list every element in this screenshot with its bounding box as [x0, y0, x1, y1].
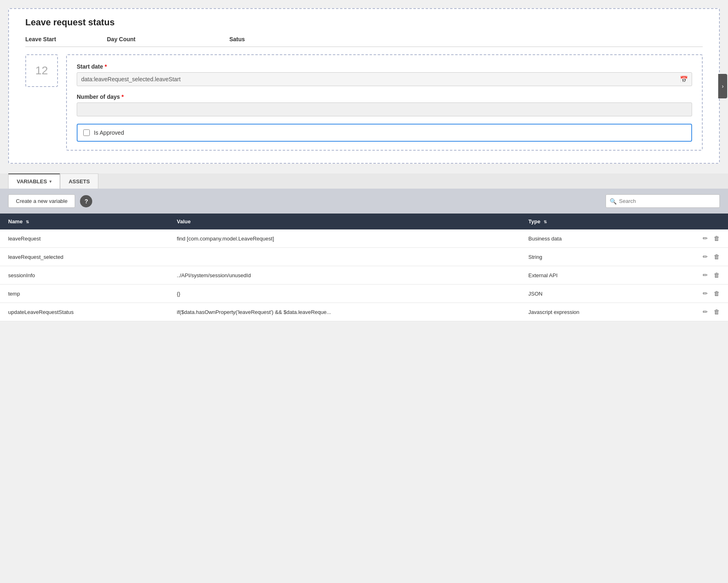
- cell-name: sessionInfo: [0, 266, 169, 285]
- calendar-icon[interactable]: 📅: [680, 76, 688, 83]
- start-date-required: *: [105, 63, 107, 70]
- cell-name: updateLeaveRequestStatus: [0, 303, 169, 321]
- tab-variables-label: VARIABLES: [17, 178, 47, 185]
- delete-icon[interactable]: 🗑: [714, 253, 720, 260]
- action-icons: ✏🗑: [667, 253, 720, 260]
- name-sort-icon: ⇅: [26, 220, 29, 224]
- form-row: 12 Start date * 📅 Number of d: [25, 54, 703, 151]
- cell-value: [169, 248, 520, 266]
- is-approved-label: Is Approved: [94, 129, 124, 136]
- is-approved-row[interactable]: Is Approved: [77, 124, 692, 142]
- help-button[interactable]: ?: [80, 195, 92, 207]
- cell-actions: ✏🗑: [659, 303, 728, 321]
- edit-icon[interactable]: ✏: [703, 235, 708, 242]
- cell-type: Business data: [520, 229, 659, 248]
- number-of-days-required: *: [122, 93, 124, 100]
- date-input-wrapper: 📅: [77, 72, 692, 86]
- cell-name: leaveRequest: [0, 229, 169, 248]
- table-row: updateLeaveRequestStatusif($data.hasOwnP…: [0, 303, 728, 321]
- cell-actions: ✏🗑: [659, 229, 728, 248]
- number-of-days-input[interactable]: [77, 102, 692, 116]
- search-wrapper: 🔍: [606, 194, 720, 208]
- start-date-field-group: Start date * 📅: [77, 63, 692, 86]
- table-row: leaveRequest_selectedString✏🗑: [0, 248, 728, 266]
- variables-panel: Create a new variable ? 🔍: [0, 189, 728, 214]
- variables-left: Create a new variable ?: [8, 194, 92, 208]
- cell-name: leaveRequest_selected: [0, 248, 169, 266]
- is-approved-checkbox[interactable]: [83, 129, 90, 136]
- leave-request-card: Leave request status Leave Start Day Cou…: [8, 8, 720, 164]
- page-wrapper: Leave request status Leave Start Day Cou…: [0, 0, 728, 583]
- cell-name: temp: [0, 285, 169, 303]
- cell-actions: ✏🗑: [659, 285, 728, 303]
- number-of-days-label: Number of days *: [77, 93, 692, 100]
- number-of-days-field-group: Number of days *: [77, 93, 692, 116]
- col-value-header: Value: [169, 214, 520, 229]
- right-arrow-tab[interactable]: ›: [718, 74, 727, 98]
- cell-type: String: [520, 248, 659, 266]
- variables-table: Name ⇅ Value Type ⇅ leaveRequestfind [co…: [0, 214, 728, 321]
- delete-icon[interactable]: 🗑: [714, 235, 720, 242]
- table-header-row: Name ⇅ Value Type ⇅: [0, 214, 728, 229]
- create-variable-button[interactable]: Create a new variable: [8, 194, 75, 208]
- tab-variables[interactable]: VARIABLES ▾: [8, 174, 60, 189]
- tab-assets[interactable]: ASSETS: [60, 174, 98, 189]
- tabs-row: VARIABLES ▾ ASSETS: [0, 174, 728, 189]
- cell-value: {}: [169, 285, 520, 303]
- delete-icon[interactable]: 🗑: [714, 271, 720, 279]
- cell-type: JSON: [520, 285, 659, 303]
- tab-assets-label: ASSETS: [69, 178, 90, 185]
- table-header-row: Leave Start Day Count Satus: [25, 36, 703, 47]
- cell-value: if($data.hasOwnProperty('leaveRequest') …: [169, 303, 520, 321]
- col-day-count-header: Day Count: [107, 36, 229, 42]
- chevron-right-icon: ›: [722, 83, 724, 89]
- start-date-label: Start date *: [77, 63, 692, 70]
- edit-icon[interactable]: ✏: [703, 308, 708, 316]
- action-icons: ✏🗑: [667, 235, 720, 242]
- cell-type: External API: [520, 266, 659, 285]
- col-actions-header: [659, 214, 728, 229]
- search-input[interactable]: [606, 194, 720, 208]
- col-leave-start-header: Leave Start: [25, 36, 107, 42]
- table-row: temp{}JSON✏🗑: [0, 285, 728, 303]
- cell-value: ../API/system/session/unusedId: [169, 266, 520, 285]
- cell-actions: ✏🗑: [659, 248, 728, 266]
- card-title: Leave request status: [25, 17, 703, 28]
- form-fields-box: Start date * 📅 Number of days *: [66, 54, 703, 151]
- cell-type: Javascript expression: [520, 303, 659, 321]
- col-status-header: Satus: [229, 36, 703, 42]
- action-icons: ✏🗑: [667, 271, 720, 279]
- date-icon-box: 12: [25, 54, 58, 87]
- cell-value: find [com.company.model.LeaveRequest]: [169, 229, 520, 248]
- table-row: leaveRequestfind [com.company.model.Leav…: [0, 229, 728, 248]
- table-row: sessionInfo../API/system/session/unusedI…: [0, 266, 728, 285]
- edit-icon[interactable]: ✏: [703, 271, 708, 279]
- col-type-header[interactable]: Type ⇅: [520, 214, 659, 229]
- action-icons: ✏🗑: [667, 308, 720, 316]
- type-sort-icon: ⇅: [544, 220, 547, 224]
- delete-icon[interactable]: 🗑: [714, 308, 720, 316]
- start-date-input[interactable]: [77, 72, 692, 86]
- search-icon: 🔍: [610, 198, 617, 205]
- edit-icon[interactable]: ✏: [703, 290, 708, 297]
- edit-icon[interactable]: ✏: [703, 253, 708, 260]
- delete-icon[interactable]: 🗑: [714, 290, 720, 297]
- tab-variables-chevron: ▾: [49, 179, 51, 184]
- cell-actions: ✏🗑: [659, 266, 728, 285]
- col-name-header[interactable]: Name ⇅: [0, 214, 169, 229]
- action-icons: ✏🗑: [667, 290, 720, 297]
